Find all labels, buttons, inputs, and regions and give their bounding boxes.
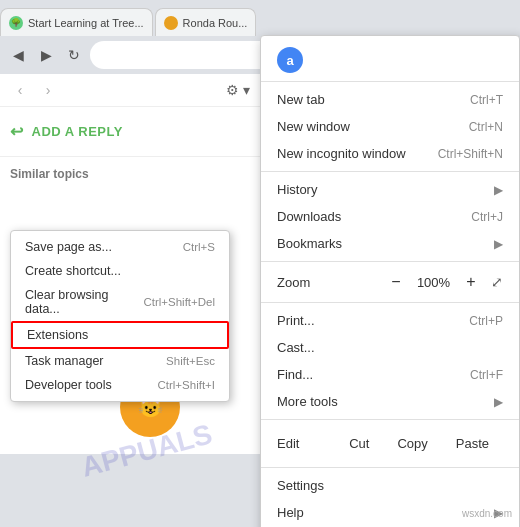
- new-window-shortcut: Ctrl+N: [469, 120, 503, 134]
- page-forward-btn[interactable]: ›: [38, 80, 58, 100]
- new-incognito-label: New incognito window: [277, 146, 406, 161]
- new-tab-item[interactable]: New tab Ctrl+T: [261, 86, 519, 113]
- reply-arrow-icon: ↩: [10, 122, 24, 141]
- downloads-label: Downloads: [277, 209, 341, 224]
- help-label: Help: [277, 505, 304, 520]
- tab-bar: 🌳 Start Learning at Tree... Ronda Rou...: [0, 0, 520, 36]
- page-back-btn[interactable]: ‹: [10, 80, 30, 100]
- separator-4: [261, 302, 519, 303]
- add-reply-area: ↩ ADD A REPLY: [0, 107, 260, 157]
- page-toolbar: ‹ › ⚙ ▾: [0, 74, 260, 107]
- similar-topics-header: Similar topics: [0, 157, 260, 186]
- save-page-shortcut: Ctrl+S: [183, 241, 215, 253]
- separator-3: [261, 261, 519, 262]
- find-item[interactable]: Find... Ctrl+F: [261, 361, 519, 388]
- developer-tools-label: Developer tools: [25, 378, 112, 392]
- chrome-context-menu: a New tab Ctrl+T New window Ctrl+N New i…: [260, 35, 520, 527]
- new-window-item[interactable]: New window Ctrl+N: [261, 113, 519, 140]
- zoom-label: Zoom: [277, 275, 376, 290]
- edit-inline-submenu: Cut Copy Paste: [335, 430, 503, 457]
- cut-item[interactable]: Cut: [335, 430, 383, 457]
- print-shortcut: Ctrl+P: [469, 314, 503, 328]
- bookmarks-item[interactable]: Bookmarks ▶: [261, 230, 519, 257]
- save-page-label: Save page as...: [25, 240, 112, 254]
- downloads-item[interactable]: Downloads Ctrl+J: [261, 203, 519, 230]
- create-shortcut-label: Create shortcut...: [25, 264, 121, 278]
- new-incognito-item[interactable]: New incognito window Ctrl+Shift+N: [261, 140, 519, 167]
- separator-5: [261, 419, 519, 420]
- tab-treehouse[interactable]: 🌳 Start Learning at Tree...: [0, 8, 153, 36]
- new-incognito-shortcut: Ctrl+Shift+N: [438, 147, 503, 161]
- treehouse-favicon: 🌳: [9, 16, 23, 30]
- refresh-button[interactable]: ↻: [62, 43, 86, 67]
- edit-row[interactable]: Edit Cut Copy Paste: [261, 424, 519, 463]
- forward-button[interactable]: ▶: [34, 43, 58, 67]
- new-tab-shortcut: Ctrl+T: [470, 93, 503, 107]
- menu-profile-letter: a: [286, 53, 293, 68]
- tab-treehouse-label: Start Learning at Tree...: [28, 17, 144, 29]
- add-reply-label: ADD A REPLY: [32, 124, 123, 139]
- settings-item[interactable]: Settings: [261, 472, 519, 499]
- back-button[interactable]: ◀: [6, 43, 30, 67]
- task-manager-item[interactable]: Task manager Shift+Esc: [11, 349, 229, 373]
- task-manager-shortcut: Shift+Esc: [166, 355, 215, 367]
- cast-item[interactable]: Cast...: [261, 334, 519, 361]
- clear-browsing-item[interactable]: Clear browsing data... Ctrl+Shift+Del: [11, 283, 229, 321]
- zoom-fullscreen-button[interactable]: ⤢: [491, 274, 503, 290]
- cast-label: Cast...: [277, 340, 315, 355]
- ronda-favicon: [164, 16, 178, 30]
- history-label: History: [277, 182, 317, 197]
- zoom-row: Zoom − 100% + ⤢: [261, 266, 519, 298]
- new-window-label: New window: [277, 119, 350, 134]
- create-shortcut-item[interactable]: Create shortcut...: [11, 259, 229, 283]
- add-reply-button[interactable]: ↩ ADD A REPLY: [10, 122, 250, 141]
- zoom-value: 100%: [416, 275, 451, 290]
- task-manager-label: Task manager: [25, 354, 104, 368]
- history-item[interactable]: History ▶: [261, 176, 519, 203]
- zoom-plus-button[interactable]: +: [459, 270, 483, 294]
- wsxdn-watermark: wsxdn.com: [462, 508, 512, 519]
- more-tools-arrow: ▶: [494, 395, 503, 409]
- menu-profile-avatar: a: [277, 47, 303, 73]
- print-label: Print...: [277, 313, 315, 328]
- separator-2: [261, 171, 519, 172]
- extensions-label: Extensions: [27, 328, 88, 342]
- page-gear-btn[interactable]: ⚙ ▾: [226, 82, 250, 98]
- bookmarks-label: Bookmarks: [277, 236, 342, 251]
- bookmarks-arrow: ▶: [494, 237, 503, 251]
- paste-item[interactable]: Paste: [442, 430, 503, 457]
- edit-label: Edit: [277, 436, 299, 451]
- tab-ronda-label: Ronda Rou...: [183, 17, 248, 29]
- settings-label: Settings: [277, 478, 324, 493]
- clear-browsing-label: Clear browsing data...: [25, 288, 143, 316]
- browser-window: 🌳 Start Learning at Tree... Ronda Rou...…: [0, 0, 520, 527]
- more-tools-submenu: Save page as... Ctrl+S Create shortcut..…: [10, 230, 230, 402]
- more-tools-label: More tools: [277, 394, 338, 409]
- separator-6: [261, 467, 519, 468]
- tab-ronda[interactable]: Ronda Rou...: [155, 8, 257, 36]
- separator-1: [261, 81, 519, 82]
- extensions-item[interactable]: Extensions: [11, 321, 229, 349]
- copy-item[interactable]: Copy: [383, 430, 441, 457]
- save-page-as-item[interactable]: Save page as... Ctrl+S: [11, 235, 229, 259]
- history-arrow: ▶: [494, 183, 503, 197]
- find-shortcut: Ctrl+F: [470, 368, 503, 382]
- developer-tools-item[interactable]: Developer tools Ctrl+Shift+I: [11, 373, 229, 397]
- clear-browsing-shortcut: Ctrl+Shift+Del: [143, 296, 215, 308]
- more-tools-item[interactable]: More tools ▶: [261, 388, 519, 415]
- developer-tools-shortcut: Ctrl+Shift+I: [157, 379, 215, 391]
- downloads-shortcut: Ctrl+J: [471, 210, 503, 224]
- find-label: Find...: [277, 367, 313, 382]
- profile-row: a: [261, 41, 519, 77]
- new-tab-label: New tab: [277, 92, 325, 107]
- print-item[interactable]: Print... Ctrl+P: [261, 307, 519, 334]
- zoom-minus-button[interactable]: −: [384, 270, 408, 294]
